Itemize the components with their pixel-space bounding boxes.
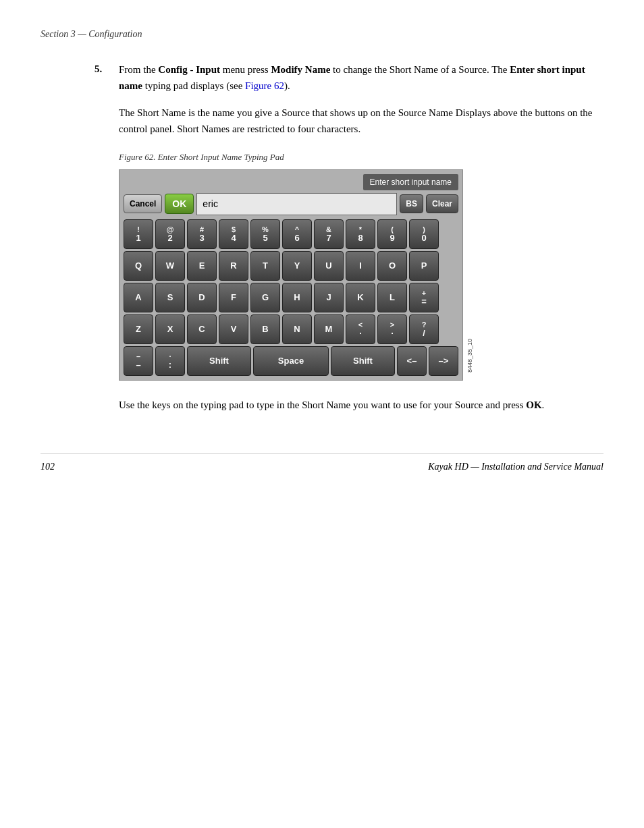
key-A[interactable]: A [124, 283, 153, 312]
step-text: From the Config - Input menu press Modif… [119, 61, 603, 94]
key-N[interactable]: N [282, 314, 312, 344]
footer-page-num: 102 [41, 460, 55, 474]
key-!-1[interactable]: !1 [124, 219, 153, 249]
key-arrow-right[interactable]: –> [429, 346, 458, 376]
key-&-7[interactable]: &7 [314, 219, 344, 249]
clear-button[interactable]: Clear [426, 194, 458, 213]
key-arrow-left[interactable]: <– [397, 346, 427, 376]
key-row-2: Q W E R T Y U I O P [124, 251, 458, 281]
key-E[interactable]: E [187, 251, 217, 281]
section-header: Section 3 — Configuration [41, 27, 603, 41]
key-G[interactable]: G [250, 283, 280, 312]
key-<-,[interactable]: <· [346, 314, 375, 344]
key-row-3: A S D F G H J K L += [124, 283, 458, 312]
bs-button[interactable]: BS [400, 194, 423, 213]
key-space[interactable]: Space [253, 346, 329, 376]
key-X[interactable]: X [155, 314, 185, 344]
key-$-4[interactable]: $4 [219, 219, 248, 249]
page-footer: 102 Kayak HD — Installation and Service … [41, 453, 603, 474]
key-F[interactable]: F [219, 283, 248, 312]
keyboard-pad: Enter short input name Cancel OK eric BS… [119, 169, 463, 381]
key-B[interactable]: B [250, 314, 280, 344]
key-shift-left[interactable]: Shift [187, 346, 251, 376]
cancel-button[interactable]: Cancel [124, 194, 162, 213]
key-?-/[interactable]: ?/ [409, 314, 439, 344]
key-P[interactable]: P [409, 251, 439, 281]
key-(-9[interactable]: (9 [377, 219, 407, 249]
key-Q[interactable]: Q [124, 251, 153, 281]
key-W[interactable]: W [155, 251, 185, 281]
key-U[interactable]: U [314, 251, 344, 281]
key-I[interactable]: I [346, 251, 375, 281]
key->-.[interactable]: >· [377, 314, 407, 344]
key-C[interactable]: C [187, 314, 217, 344]
key-%-5[interactable]: %5 [250, 219, 280, 249]
key-T[interactable]: T [250, 251, 280, 281]
text-input[interactable]: eric [196, 193, 397, 215]
key-H[interactable]: H [282, 283, 312, 312]
key-R[interactable]: R [219, 251, 248, 281]
paragraph-shortname: The Short Name is the name you give a So… [119, 105, 603, 137]
key-)-0[interactable]: )0 [409, 219, 439, 249]
step-number: 5. [95, 61, 108, 94]
key-+-=[interactable]: += [409, 283, 439, 312]
side-text: 8448_35_10 [466, 339, 475, 372]
key-S[interactable]: S [155, 283, 185, 312]
figure-caption: Figure 62. Enter Short Input Name Typing… [119, 150, 603, 164]
key-shift-right[interactable]: Shift [331, 346, 395, 376]
keys-area: !1 @2 #3 $4 %5 ^6 &7 *8 (9 )0 Q W E R T … [124, 219, 458, 376]
key-@-2[interactable]: @2 [155, 219, 185, 249]
key-colon[interactable]: ·: [155, 346, 185, 376]
ok-button[interactable]: OK [165, 194, 194, 214]
key-V[interactable]: V [219, 314, 248, 344]
key-M[interactable]: M [314, 314, 344, 344]
key-O[interactable]: O [377, 251, 407, 281]
key-dash[interactable]: –– [124, 346, 153, 376]
closing-paragraph: Use the keys on the typing pad to type i… [119, 397, 603, 413]
key-Y[interactable]: Y [282, 251, 312, 281]
key-J[interactable]: J [314, 283, 344, 312]
key-^-6[interactable]: ^6 [282, 219, 312, 249]
key-*-8[interactable]: *8 [346, 219, 375, 249]
key-row-bottom: –– ·: Shift Space Shift <– –> [124, 346, 458, 376]
key-#-3[interactable]: #3 [187, 219, 217, 249]
key-Z[interactable]: Z [124, 314, 153, 344]
keyboard-label: Enter short input name [363, 174, 458, 190]
key-K[interactable]: K [346, 283, 375, 312]
key-D[interactable]: D [187, 283, 217, 312]
key-L[interactable]: L [377, 283, 407, 312]
footer-title: Kayak HD — Installation and Service Manu… [428, 460, 603, 474]
figure-link[interactable]: Figure 62 [245, 80, 284, 91]
key-row-1: !1 @2 #3 $4 %5 ^6 &7 *8 (9 )0 [124, 219, 458, 249]
key-row-4: Z X C V B N M <· >· ?/ [124, 314, 458, 344]
